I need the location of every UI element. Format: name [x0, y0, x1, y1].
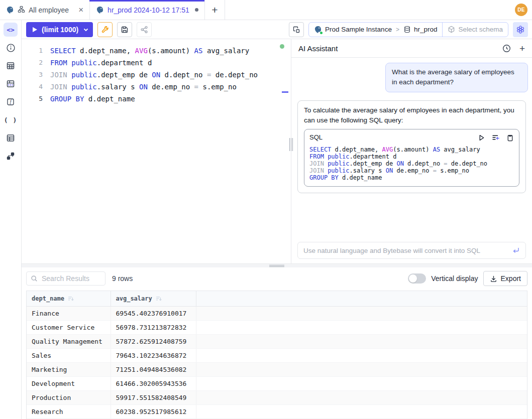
table-cell-filler [196, 320, 527, 334]
scrollbar-overview-mark [282, 91, 288, 93]
table-cell[interactable]: 59917.551582408549 [111, 390, 196, 404]
table-row[interactable]: Research60238.952517985612 [27, 404, 527, 418]
run-sql-icon[interactable] [478, 134, 485, 142]
run-button-label: (limit 1000) [42, 26, 78, 34]
table-row[interactable]: Quality Management57872.625912408759 [27, 334, 527, 348]
select-schema-label: Select schema [458, 26, 503, 33]
search-results-input[interactable] [41, 274, 96, 283]
unsaved-dot-icon [195, 8, 198, 12]
explain-wrench-button[interactable] [97, 22, 113, 37]
tab-all-employee[interactable]: All employee × [0, 0, 90, 20]
results-table: dept_nameavg_salary Finance69545.4023769… [27, 291, 527, 419]
code-line: GROUP BY d.dept_name [309, 174, 514, 181]
results-panel: 9 rows Vertical display Export dept_name… [22, 267, 532, 419]
database-name: hr_prod [414, 26, 438, 33]
postgres-icon [6, 6, 14, 14]
sort-icon [156, 296, 162, 302]
table-cell[interactable]: 57872.625912408759 [111, 334, 196, 348]
code-line: SELECT d.dept_name, AVG(s.amount) AS avg… [50, 45, 258, 57]
external-tables-icon[interactable] [4, 131, 18, 145]
run-query-button[interactable]: (limit 1000) [26, 22, 93, 37]
connection-health-dot [280, 44, 284, 49]
table-cell-filler [196, 306, 527, 320]
code-line: JOIN public.dept_emp de ON d.dept_no = d… [50, 69, 258, 81]
editor-code[interactable]: SELECT d.dept_name, AVG(s.amount) AS avg… [43, 45, 258, 263]
table-cell[interactable]: 69545.402376910017 [111, 306, 196, 320]
sql-code-block: SQL [304, 129, 519, 187]
ai-prompt-input[interactable]: Use natural language and Bytebase will c… [297, 242, 526, 259]
line-number: 1 [22, 45, 43, 57]
table-cell[interactable]: Sales [27, 348, 111, 362]
search-results-box[interactable] [26, 271, 105, 286]
code-line: JOIN public.salary s ON de.emp_no = s.em… [50, 81, 258, 93]
function-icon[interactable]: f [4, 95, 18, 109]
table-cell[interactable]: Finance [27, 306, 111, 320]
column-header-dept_name[interactable]: dept_name [27, 291, 111, 306]
close-tab-icon[interactable]: × [78, 6, 83, 14]
table-cell-filler [196, 390, 527, 404]
user-avatar[interactable]: DE [515, 4, 527, 16]
table-cell[interactable]: Marketing [27, 362, 111, 376]
assistant-message: To calculate the average salary of emplo… [297, 100, 526, 194]
info-icon[interactable] [4, 41, 18, 55]
select-schema-button[interactable]: Select schema [442, 23, 508, 37]
table-row[interactable]: Development61466.302005943536 [27, 376, 527, 390]
insert-into-editor-icon[interactable] [492, 133, 500, 142]
assistant-intro-text: To calculate the average salary of emplo… [304, 106, 514, 124]
ai-assistant-button[interactable] [513, 22, 528, 37]
parentheses-icon[interactable]: ( ) [4, 113, 18, 127]
search-icon [31, 275, 38, 282]
table-row[interactable]: Marketing71251.049484536082 [27, 362, 527, 376]
sql-editor[interactable]: 12345 SELECT d.dept_name, AVG(s.amount) … [22, 39, 291, 263]
table-data-icon[interactable] [4, 77, 18, 91]
column-header-avg_salary[interactable]: avg_salary [111, 291, 196, 306]
history-clock-icon[interactable] [502, 44, 511, 53]
code-line: SELECT d.dept_name, AVG(s.amount) AS avg… [309, 146, 514, 153]
table-cell[interactable]: 56978.731213872832 [111, 320, 196, 334]
table-cell[interactable]: Quality Management [27, 334, 111, 348]
table-cell[interactable]: Customer Service [27, 320, 111, 334]
bytebase-sql-editor: All employee × hr_prod 2024-10-12 17:51 … [0, 0, 532, 419]
connection-status-dot [320, 32, 323, 34]
connection-breadcrumb[interactable]: Prod Sample Instance > hr_prod Select sc… [308, 22, 508, 37]
table-cell[interactable]: 71251.049484536082 [111, 362, 196, 376]
row-count-label: 9 rows [112, 274, 133, 283]
line-number: 4 [22, 81, 43, 93]
download-icon [490, 275, 497, 283]
table-cell[interactable]: 61466.302005943536 [111, 376, 196, 390]
sidebar-item-sql-editor[interactable]: <> [4, 23, 18, 37]
ai-input-placeholder: Use natural language and Bytebase will c… [303, 247, 480, 254]
table-cell[interactable]: 60238.952517985612 [111, 404, 196, 418]
table-cell[interactable]: 79643.102234636872 [111, 348, 196, 362]
table-cell-filler [196, 362, 527, 376]
tables-icon[interactable] [4, 59, 18, 73]
editor-toolbar: (limit 1000) [22, 20, 532, 39]
results-toolbar: 9 rows Vertical display Export [26, 270, 527, 287]
format-icon [292, 26, 300, 34]
vertical-display-label: Vertical display [431, 274, 478, 283]
results-resize-handle[interactable] [269, 265, 284, 268]
table-row[interactable]: Sales79643.102234636872 [27, 348, 527, 362]
copy-sql-icon[interactable] [506, 134, 514, 142]
chevron-down-icon [83, 27, 89, 33]
export-button[interactable]: Export [483, 271, 527, 286]
vertical-display-toggle[interactable] [408, 273, 426, 284]
table-cell[interactable]: Production [27, 390, 111, 404]
table-cell[interactable]: Development [27, 376, 111, 390]
schema-diagram-icon[interactable] [4, 149, 18, 163]
new-chat-icon[interactable]: + [519, 44, 525, 53]
new-tab-button[interactable]: + [205, 0, 225, 20]
table-row[interactable]: Finance69545.402376910017 [27, 306, 527, 320]
connection-instance-database[interactable]: Prod Sample Instance > hr_prod [309, 23, 442, 37]
format-sql-button[interactable] [289, 22, 304, 37]
table-row[interactable]: Production59917.551582408549 [27, 390, 527, 404]
column-header-filler [196, 291, 527, 306]
line-number: 3 [22, 69, 43, 81]
table-cell[interactable]: Research [27, 404, 111, 418]
submit-return-icon[interactable] [512, 246, 520, 254]
table-row[interactable]: Customer Service56978.731213872832 [27, 320, 527, 334]
tab-hr-prod[interactable]: hr_prod 2024-10-12 17:51 [90, 0, 205, 20]
panel-resize-handle[interactable] [289, 138, 293, 151]
save-button[interactable] [117, 22, 132, 37]
share-button[interactable] [137, 22, 152, 37]
